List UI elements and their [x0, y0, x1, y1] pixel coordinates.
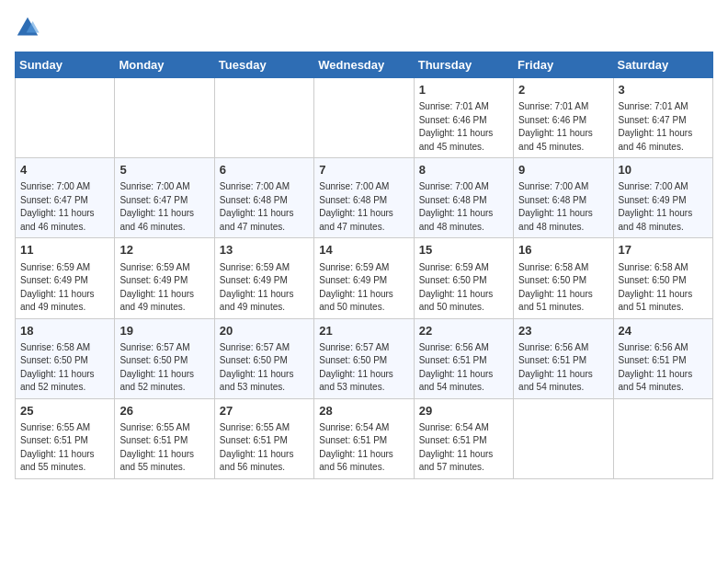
calendar-cell: 12Sunrise: 6:59 AM Sunset: 6:49 PM Dayli… [115, 238, 214, 318]
weekday-header-wednesday: Wednesday [314, 52, 414, 78]
day-info: Sunrise: 6:58 AM Sunset: 6:50 PM Dayligh… [619, 261, 708, 315]
day-number: 21 [319, 323, 408, 339]
logo-icon [15, 15, 40, 40]
day-number: 22 [419, 323, 508, 339]
day-info: Sunrise: 6:57 AM Sunset: 6:50 PM Dayligh… [119, 341, 209, 395]
day-number: 25 [20, 403, 109, 419]
calendar-cell [613, 398, 712, 478]
day-info: Sunrise: 6:57 AM Sunset: 6:50 PM Dayligh… [220, 341, 309, 395]
calendar-week-3: 11Sunrise: 6:59 AM Sunset: 6:49 PM Dayli… [16, 238, 713, 318]
calendar-cell: 14Sunrise: 6:59 AM Sunset: 6:49 PM Dayli… [314, 238, 414, 318]
logo [15, 15, 44, 40]
day-info: Sunrise: 6:59 AM Sunset: 6:49 PM Dayligh… [319, 261, 408, 315]
day-number: 24 [619, 323, 708, 339]
weekday-header-sunday: Sunday [16, 52, 115, 78]
day-number: 11 [20, 242, 109, 259]
weekday-header-saturday: Saturday [613, 52, 712, 78]
day-info: Sunrise: 7:00 AM Sunset: 6:48 PM Dayligh… [319, 180, 408, 234]
weekday-header-row: SundayMondayTuesdayWednesdayThursdayFrid… [16, 52, 713, 78]
day-number: 17 [619, 242, 708, 259]
weekday-header-thursday: Thursday [414, 52, 513, 78]
calendar-cell [115, 78, 214, 158]
calendar-cell [314, 78, 414, 158]
day-info: Sunrise: 7:01 AM Sunset: 6:46 PM Dayligh… [518, 100, 608, 154]
calendar-week-1: 1Sunrise: 7:01 AM Sunset: 6:46 PM Daylig… [16, 78, 713, 158]
day-number: 26 [119, 403, 209, 419]
day-number: 15 [419, 242, 508, 259]
calendar-cell: 11Sunrise: 6:59 AM Sunset: 6:49 PM Dayli… [16, 238, 115, 318]
day-number: 16 [518, 242, 608, 259]
day-info: Sunrise: 7:01 AM Sunset: 6:47 PM Dayligh… [619, 100, 708, 154]
day-info: Sunrise: 6:54 AM Sunset: 6:51 PM Dayligh… [319, 421, 408, 475]
day-number: 1 [419, 82, 508, 98]
day-info: Sunrise: 6:55 AM Sunset: 6:51 PM Dayligh… [20, 421, 109, 475]
day-number: 6 [220, 162, 309, 178]
day-number: 7 [319, 162, 408, 178]
day-info: Sunrise: 6:58 AM Sunset: 6:50 PM Dayligh… [518, 261, 608, 315]
day-info: Sunrise: 7:00 AM Sunset: 6:47 PM Dayligh… [20, 180, 109, 234]
weekday-header-tuesday: Tuesday [214, 52, 313, 78]
day-number: 28 [319, 403, 408, 419]
weekday-header-friday: Friday [514, 52, 613, 78]
day-info: Sunrise: 7:00 AM Sunset: 6:49 PM Dayligh… [619, 180, 708, 234]
calendar-cell: 16Sunrise: 6:58 AM Sunset: 6:50 PM Dayli… [514, 238, 613, 318]
day-info: Sunrise: 6:59 AM Sunset: 6:49 PM Dayligh… [20, 261, 109, 315]
calendar-week-2: 4Sunrise: 7:00 AM Sunset: 6:47 PM Daylig… [16, 158, 713, 238]
day-number: 23 [518, 323, 608, 339]
calendar-cell: 1Sunrise: 7:01 AM Sunset: 6:46 PM Daylig… [414, 78, 513, 158]
day-info: Sunrise: 6:54 AM Sunset: 6:51 PM Dayligh… [419, 421, 508, 475]
day-number: 27 [220, 403, 309, 419]
calendar-cell: 7Sunrise: 7:00 AM Sunset: 6:48 PM Daylig… [314, 158, 414, 238]
calendar-cell: 29Sunrise: 6:54 AM Sunset: 6:51 PM Dayli… [414, 398, 513, 478]
day-number: 13 [220, 242, 309, 259]
calendar-cell: 2Sunrise: 7:01 AM Sunset: 6:46 PM Daylig… [514, 78, 613, 158]
calendar-cell [514, 398, 613, 478]
day-info: Sunrise: 6:56 AM Sunset: 6:51 PM Dayligh… [619, 341, 708, 395]
calendar-cell: 19Sunrise: 6:57 AM Sunset: 6:50 PM Dayli… [115, 318, 214, 398]
calendar-cell: 25Sunrise: 6:55 AM Sunset: 6:51 PM Dayli… [16, 398, 115, 478]
calendar-cell [16, 78, 115, 158]
day-number: 18 [20, 323, 109, 339]
day-info: Sunrise: 7:00 AM Sunset: 6:48 PM Dayligh… [220, 180, 309, 234]
calendar-cell: 23Sunrise: 6:56 AM Sunset: 6:51 PM Dayli… [514, 318, 613, 398]
day-info: Sunrise: 6:55 AM Sunset: 6:51 PM Dayligh… [220, 421, 309, 475]
calendar-cell: 13Sunrise: 6:59 AM Sunset: 6:49 PM Dayli… [214, 238, 313, 318]
calendar-week-5: 25Sunrise: 6:55 AM Sunset: 6:51 PM Dayli… [16, 398, 713, 478]
page-header [15, 15, 713, 40]
day-number: 12 [119, 242, 209, 259]
day-number: 4 [20, 162, 109, 178]
day-number: 10 [619, 162, 708, 178]
calendar-cell: 18Sunrise: 6:58 AM Sunset: 6:50 PM Dayli… [16, 318, 115, 398]
calendar-cell: 24Sunrise: 6:56 AM Sunset: 6:51 PM Dayli… [613, 318, 712, 398]
calendar-table: SundayMondayTuesdayWednesdayThursdayFrid… [15, 52, 713, 479]
day-info: Sunrise: 6:59 AM Sunset: 6:50 PM Dayligh… [419, 261, 508, 315]
calendar-cell: 22Sunrise: 6:56 AM Sunset: 6:51 PM Dayli… [414, 318, 513, 398]
calendar-cell: 5Sunrise: 7:00 AM Sunset: 6:47 PM Daylig… [115, 158, 214, 238]
calendar-cell: 10Sunrise: 7:00 AM Sunset: 6:49 PM Dayli… [613, 158, 712, 238]
day-number: 3 [619, 82, 708, 98]
day-info: Sunrise: 6:59 AM Sunset: 6:49 PM Dayligh… [220, 261, 309, 315]
day-info: Sunrise: 6:57 AM Sunset: 6:50 PM Dayligh… [319, 341, 408, 395]
day-info: Sunrise: 7:00 AM Sunset: 6:47 PM Dayligh… [119, 180, 209, 234]
calendar-cell: 6Sunrise: 7:00 AM Sunset: 6:48 PM Daylig… [214, 158, 313, 238]
day-info: Sunrise: 7:00 AM Sunset: 6:48 PM Dayligh… [518, 180, 608, 234]
calendar-cell: 8Sunrise: 7:00 AM Sunset: 6:48 PM Daylig… [414, 158, 513, 238]
day-number: 8 [419, 162, 508, 178]
calendar-cell: 20Sunrise: 6:57 AM Sunset: 6:50 PM Dayli… [214, 318, 313, 398]
day-info: Sunrise: 7:00 AM Sunset: 6:48 PM Dayligh… [419, 180, 508, 234]
calendar-cell: 4Sunrise: 7:00 AM Sunset: 6:47 PM Daylig… [16, 158, 115, 238]
calendar-cell: 9Sunrise: 7:00 AM Sunset: 6:48 PM Daylig… [514, 158, 613, 238]
calendar-week-4: 18Sunrise: 6:58 AM Sunset: 6:50 PM Dayli… [16, 318, 713, 398]
calendar-cell: 17Sunrise: 6:58 AM Sunset: 6:50 PM Dayli… [613, 238, 712, 318]
day-number: 9 [518, 162, 608, 178]
day-info: Sunrise: 6:59 AM Sunset: 6:49 PM Dayligh… [119, 261, 209, 315]
calendar-cell: 28Sunrise: 6:54 AM Sunset: 6:51 PM Dayli… [314, 398, 414, 478]
calendar-cell [214, 78, 313, 158]
calendar-cell: 15Sunrise: 6:59 AM Sunset: 6:50 PM Dayli… [414, 238, 513, 318]
day-info: Sunrise: 6:56 AM Sunset: 6:51 PM Dayligh… [518, 341, 608, 395]
day-number: 2 [518, 82, 608, 98]
calendar-cell: 26Sunrise: 6:55 AM Sunset: 6:51 PM Dayli… [115, 398, 214, 478]
day-number: 20 [220, 323, 309, 339]
weekday-header-monday: Monday [115, 52, 214, 78]
day-info: Sunrise: 6:56 AM Sunset: 6:51 PM Dayligh… [419, 341, 508, 395]
